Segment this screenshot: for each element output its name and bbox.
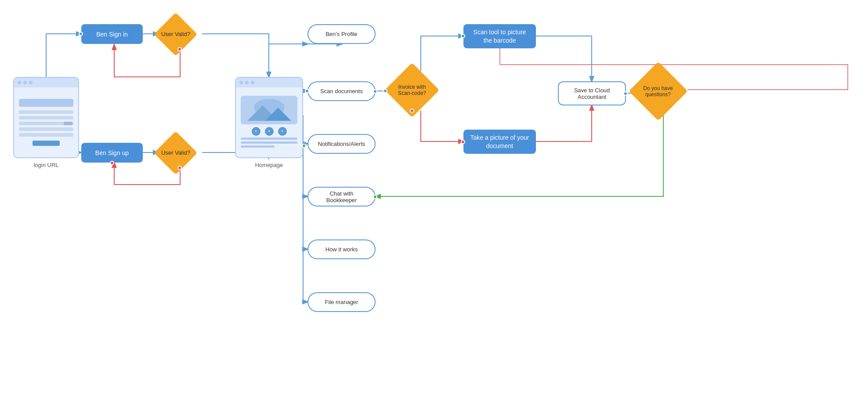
file-manager-node[interactable]: File manager bbox=[307, 292, 376, 312]
hp-dot-2 bbox=[245, 81, 249, 84]
form-submit-btn bbox=[33, 141, 60, 146]
hp-icon-2: + bbox=[265, 127, 274, 136]
scan-tool-barcode-node[interactable]: Scan tool to picture the barcode bbox=[463, 24, 536, 48]
browser-dot-2 bbox=[23, 81, 27, 84]
save-cloud-right-dot bbox=[623, 91, 628, 96]
login-url-label: login URL bbox=[13, 162, 79, 168]
hp-line-3 bbox=[241, 145, 275, 148]
how-it-works-node[interactable]: How it works bbox=[307, 239, 376, 259]
scan-doc-left-dot bbox=[305, 89, 309, 93]
hp-icon-1: + bbox=[252, 127, 260, 136]
sign-up-bottom-dot bbox=[110, 161, 114, 165]
homepage-icons: + + + bbox=[252, 127, 287, 136]
browser-content bbox=[14, 87, 78, 157]
user-valid-1-red-dot bbox=[177, 47, 182, 51]
connections-layer bbox=[0, 0, 868, 406]
invoice-bottom-dot bbox=[410, 109, 414, 113]
browser-dot-3 bbox=[29, 81, 33, 84]
sign-in-left-dot bbox=[79, 32, 83, 36]
browser-form bbox=[19, 110, 73, 146]
invoice-input-dot bbox=[383, 89, 387, 93]
chat-bookkeeper-node[interactable]: Chat with Bookkeeper bbox=[307, 187, 376, 207]
bens-profile-node[interactable]: Ben's Profile bbox=[307, 24, 376, 44]
notifications-node[interactable]: Notifications/Alerts bbox=[307, 134, 376, 154]
hp-dot-3 bbox=[251, 81, 254, 84]
chat-bookkeeper-label: Chat with Bookkeeper bbox=[315, 190, 368, 203]
browser-titlebar bbox=[14, 78, 78, 87]
user-valid-2-red-dot bbox=[177, 166, 182, 170]
user-valid-1-node: User Valid? bbox=[152, 15, 200, 53]
browser-dot-1 bbox=[18, 81, 21, 84]
chat-right-dot bbox=[373, 195, 377, 199]
scan-tool-left-dot bbox=[461, 34, 465, 38]
scan-doc-right-dot bbox=[373, 89, 377, 94]
homepage-node: + + + bbox=[235, 77, 303, 158]
form-line-4 bbox=[19, 127, 73, 131]
homepage-image bbox=[241, 96, 297, 124]
save-cloud-node[interactable]: Save to Cloud Accountant bbox=[558, 81, 626, 105]
login-url-node bbox=[13, 77, 79, 158]
form-line-5 bbox=[19, 133, 73, 137]
homepage-lines bbox=[241, 138, 297, 149]
homepage-titlebar bbox=[236, 78, 302, 87]
mountains-svg bbox=[243, 97, 296, 123]
diamond-shape-1 bbox=[154, 12, 198, 56]
form-line-3 bbox=[19, 122, 73, 125]
save-cloud-label: Save to Cloud Accountant bbox=[566, 87, 618, 100]
invoice-scan-code-node: Invoice with Scan-code? bbox=[386, 68, 438, 112]
hp-line-2 bbox=[241, 141, 297, 144]
scan-documents-label: Scan documents bbox=[320, 88, 363, 94]
questions-diamond-shape bbox=[629, 62, 687, 120]
ben-sign-in-node[interactable]: Ben Sign in bbox=[81, 24, 143, 44]
hp-dot-1 bbox=[239, 81, 243, 84]
homepage-content: + + + bbox=[236, 87, 302, 157]
form-line-1 bbox=[19, 110, 73, 114]
form-line-2 bbox=[19, 116, 73, 120]
take-picture-node[interactable]: Take a picture of your document bbox=[463, 130, 536, 154]
take-picture-label: Take a picture of your document bbox=[469, 134, 531, 149]
hp-icon-3: + bbox=[278, 127, 287, 136]
diamond-shape-2 bbox=[154, 131, 198, 174]
do-you-have-questions-node: Do you have questions? bbox=[632, 68, 684, 114]
user-valid-2-node: User Valid? bbox=[152, 134, 200, 171]
ben-sign-up-node[interactable]: Ben Sign up bbox=[81, 143, 143, 163]
scan-documents-node[interactable]: Scan documents bbox=[307, 81, 376, 101]
flowchart-canvas: login URL Ben Sign in User Valid? Ben Si… bbox=[0, 0, 868, 406]
browser-url-bar bbox=[19, 99, 73, 107]
take-picture-left-dot bbox=[461, 140, 465, 144]
homepage-label: Homepage bbox=[235, 162, 303, 168]
hp-line-1 bbox=[241, 138, 297, 140]
homepage-right-dot bbox=[302, 144, 306, 148]
